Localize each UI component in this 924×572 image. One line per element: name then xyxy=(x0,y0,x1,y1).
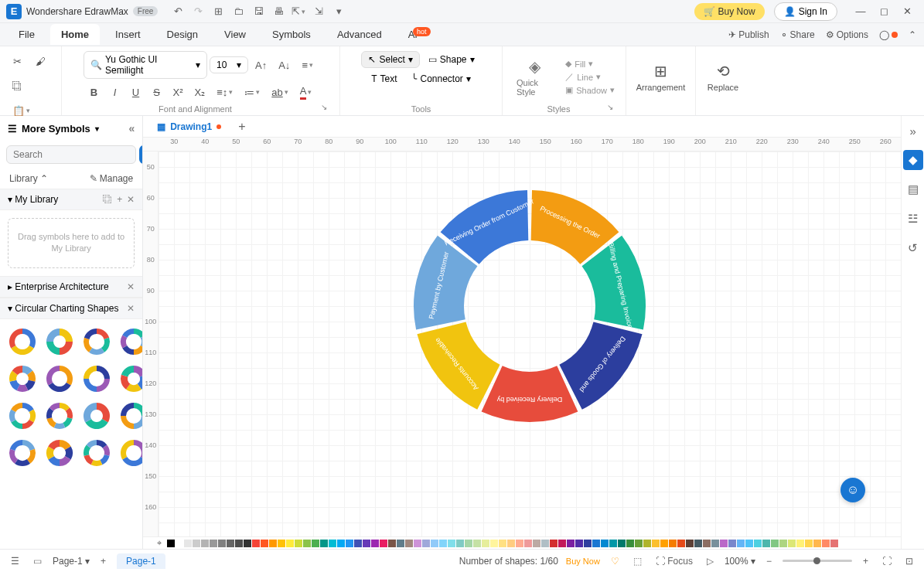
shape-thumbnail[interactable] xyxy=(118,437,142,469)
notifications-button[interactable]: ◯ xyxy=(879,29,898,40)
color-swatch[interactable] xyxy=(235,540,243,547)
color-swatch[interactable] xyxy=(524,540,532,547)
menu-design[interactable]: Design xyxy=(156,24,209,45)
color-swatch[interactable] xyxy=(473,540,481,547)
shape-thumbnail[interactable] xyxy=(80,437,113,469)
color-swatch[interactable] xyxy=(830,540,838,547)
color-swatch[interactable] xyxy=(609,540,617,547)
color-swatch[interactable] xyxy=(252,540,260,547)
color-swatch[interactable] xyxy=(796,540,804,547)
color-swatch[interactable] xyxy=(516,540,523,547)
color-swatch[interactable] xyxy=(788,540,796,547)
font-family-dropdown[interactable]: 🔍Yu Gothic UI Semilight▾ xyxy=(84,51,207,79)
shape-thumbnail[interactable] xyxy=(6,325,39,358)
strikethrough-button[interactable]: S xyxy=(148,82,166,102)
color-swatch[interactable] xyxy=(261,540,268,547)
shape-thumbnail[interactable] xyxy=(43,325,76,358)
eyedropper-icon[interactable]: ⌖ xyxy=(157,538,162,548)
color-swatch[interactable] xyxy=(711,540,719,547)
page-panel-button[interactable]: ▤ xyxy=(903,179,923,199)
color-swatch[interactable] xyxy=(329,540,336,547)
library-toggle[interactable]: Library ⌃ xyxy=(9,173,48,184)
share-button[interactable]: ⚬Share xyxy=(780,29,815,40)
color-swatch[interactable] xyxy=(193,540,200,547)
color-swatch[interactable] xyxy=(669,540,677,547)
color-swatch[interactable] xyxy=(533,540,540,547)
bullet-button[interactable]: ≔ xyxy=(240,82,264,102)
color-swatch[interactable] xyxy=(176,540,183,547)
fullscreen-button[interactable]: ⊡ xyxy=(902,554,916,568)
color-swatch[interactable] xyxy=(635,540,643,547)
close-icon[interactable]: ✕ xyxy=(127,281,135,292)
color-swatch[interactable] xyxy=(745,540,753,547)
menu-insert[interactable]: Insert xyxy=(104,24,152,45)
cut-button[interactable]: ✂ xyxy=(8,51,26,71)
color-swatch[interactable] xyxy=(371,540,379,547)
open-button[interactable]: 🗀 xyxy=(230,4,246,19)
page-view-button[interactable]: ▭ xyxy=(30,554,45,568)
color-swatch[interactable] xyxy=(456,540,464,547)
bold-button[interactable]: B xyxy=(85,82,104,102)
add-page-button[interactable]: + xyxy=(97,554,109,568)
color-swatch[interactable] xyxy=(397,540,404,547)
import-button[interactable]: ⇲ xyxy=(311,4,326,19)
focus-button[interactable]: ⛶ Focus xyxy=(653,554,696,568)
color-swatch[interactable] xyxy=(694,540,702,547)
color-swatch[interactable] xyxy=(584,540,592,547)
outline-view-button[interactable]: ☰ xyxy=(8,554,22,568)
replace-button[interactable]: ⟲Replace xyxy=(701,59,745,95)
shape-thumbnail[interactable] xyxy=(43,437,76,469)
buy-now-button[interactable]: 🛒Buy Now xyxy=(694,3,765,20)
color-swatch[interactable] xyxy=(558,540,566,547)
qa-more-button[interactable]: ▾ xyxy=(331,4,346,19)
shape-thumbnail[interactable] xyxy=(118,400,142,432)
search-input[interactable] xyxy=(6,145,136,164)
font-size-dropdown[interactable]: 10▾ xyxy=(210,56,248,73)
color-swatch[interactable] xyxy=(431,540,438,547)
zoom-out-button[interactable]: − xyxy=(763,554,775,568)
color-swatch[interactable] xyxy=(363,540,370,547)
shape-thumbnail[interactable] xyxy=(43,363,76,395)
color-swatch[interactable] xyxy=(312,540,319,547)
font-color-button[interactable]: A xyxy=(295,82,317,102)
shadow-button[interactable]: ▣Shadow▾ xyxy=(562,84,618,96)
menu-symbols[interactable]: Symbols xyxy=(261,24,322,45)
color-swatch[interactable] xyxy=(720,540,728,547)
shape-tool-button[interactable]: ▭Shape▾ xyxy=(422,52,481,67)
new-button[interactable]: ⊞ xyxy=(210,4,226,19)
presentation-button[interactable]: ▷ xyxy=(704,554,717,568)
color-swatch[interactable] xyxy=(422,540,430,547)
menu-home[interactable]: Home xyxy=(50,24,100,45)
color-swatch[interactable] xyxy=(677,540,685,547)
shape-thumbnail[interactable] xyxy=(80,363,113,395)
color-swatch[interactable] xyxy=(380,540,387,547)
color-swatch[interactable] xyxy=(703,540,711,547)
shape-thumbnail[interactable] xyxy=(118,325,142,358)
color-swatch[interactable] xyxy=(618,540,626,547)
connector-tool-button[interactable]: ╰Connector▾ xyxy=(405,71,476,87)
sign-in-button[interactable]: 👤Sign In xyxy=(774,2,837,21)
minimize-button[interactable]: — xyxy=(850,2,871,21)
add-icon[interactable]: + xyxy=(117,194,122,205)
color-swatch[interactable] xyxy=(482,540,489,547)
color-swatch[interactable] xyxy=(346,540,353,547)
color-swatch[interactable] xyxy=(465,540,472,547)
section-my-library[interactable]: ▾ My Library ⿻+✕ xyxy=(0,189,142,210)
color-swatch[interactable] xyxy=(507,540,515,547)
select-tool-button[interactable]: ↖Select▾ xyxy=(361,51,419,68)
color-swatch[interactable] xyxy=(567,540,575,547)
color-swatch[interactable] xyxy=(762,540,770,547)
fit-page-button[interactable]: ⛶ xyxy=(879,554,895,568)
color-swatch[interactable] xyxy=(643,540,651,547)
page-selector[interactable]: Page-1 ▾ xyxy=(53,556,90,567)
color-swatch[interactable] xyxy=(405,540,413,547)
line-button[interactable]: ／Line▾ xyxy=(562,70,618,83)
color-swatch[interactable] xyxy=(575,540,583,547)
format-painter-button[interactable]: 🖌 xyxy=(31,51,50,71)
comments-panel-button[interactable]: ☳ xyxy=(903,209,923,229)
color-swatch[interactable] xyxy=(737,540,745,547)
color-swatch[interactable] xyxy=(805,540,813,547)
menu-file[interactable]: File xyxy=(8,24,46,45)
options-button[interactable]: ⚙Options xyxy=(826,29,868,40)
dialog-launcher-button[interactable]: ↘ xyxy=(321,103,332,114)
